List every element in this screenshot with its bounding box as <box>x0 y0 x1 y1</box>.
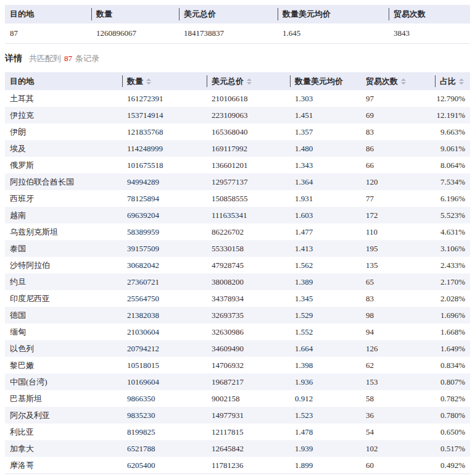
summary-value-trade-count: 3843 <box>389 23 470 43</box>
table-cell: 12645842 <box>207 440 290 457</box>
table-cell: 55330158 <box>207 240 290 257</box>
table-cell: 泰国 <box>5 240 122 257</box>
table-cell: 4.631% <box>435 223 470 240</box>
table-cell: 97 <box>361 90 435 107</box>
table-cell: 1.413 <box>290 240 361 257</box>
table-cell: 缅甸 <box>5 324 122 340</box>
table-row: 加拿大6521788126458421.9391020.517% <box>5 440 470 457</box>
table-row: 巴基斯坦986635090021580.912580.782% <box>5 390 470 407</box>
table-cell: 摩洛哥 <box>5 457 122 474</box>
table-cell: 沙特阿拉伯 <box>5 257 122 273</box>
table-cell: 120 <box>361 173 435 190</box>
table-cell: 2.028% <box>435 290 470 307</box>
main-table: 目的地 数量 美元总价 数量美元均价 贸易次数 占比 土耳其16127239 <box>5 72 470 474</box>
table-row: 黎巴嫩10518015147069321.398620.834% <box>5 357 470 374</box>
sort-icon[interactable] <box>146 78 151 85</box>
table-cell: 34609490 <box>207 340 290 357</box>
table-cell: 1.603 <box>290 207 361 223</box>
table-cell: 77 <box>361 190 435 207</box>
table-cell: 伊拉克 <box>5 107 122 123</box>
table-row: 泰国39157509553301581.4131953.106% <box>5 240 470 257</box>
table-cell: 1.529 <box>290 307 361 324</box>
table-cell: 114248999 <box>122 140 207 157</box>
sort-icon[interactable] <box>459 78 464 85</box>
table-cell: 19687217 <box>207 374 290 390</box>
table-cell: 中国(台湾) <box>5 374 122 390</box>
summary-header-avg-price: 数量美元均价 <box>278 5 389 23</box>
table-row: 沙特阿拉伯30682042479287451.5621352.433% <box>5 257 470 273</box>
table-cell: 埃及 <box>5 140 122 157</box>
table-cell: 110 <box>361 223 435 240</box>
table-cell: 0.782% <box>435 390 470 407</box>
table-cell: 黎巴嫩 <box>5 357 122 374</box>
table-cell: 0.650% <box>435 424 470 440</box>
table-row: 阿拉伯联合酋长国949942891295771371.3641207.534% <box>5 173 470 190</box>
table-row: 埃及1142489991691179921.480869.061% <box>5 140 470 157</box>
table-cell: 8.064% <box>435 157 470 173</box>
table-cell: 1.664 <box>290 340 361 357</box>
table-row: 中国(台湾)10169604196872171.9361530.807% <box>5 374 470 390</box>
sort-icon[interactable] <box>401 78 406 85</box>
table-cell: 172 <box>361 207 435 223</box>
column-header-share[interactable]: 占比 <box>435 72 470 90</box>
table-cell: 135 <box>361 257 435 273</box>
table-cell: 86 <box>361 140 435 157</box>
column-header-usd-total[interactable]: 美元总价 <box>207 72 290 90</box>
summary-header-quantity: 数量 <box>91 5 179 23</box>
table-cell: 169117992 <box>207 140 290 157</box>
table-row: 利比亚8199825121178151.478540.650% <box>5 424 470 440</box>
table-cell: 83 <box>361 290 435 307</box>
table-cell: 94 <box>361 324 435 340</box>
table-cell: 83 <box>361 123 435 140</box>
table-cell: 60 <box>361 457 435 474</box>
table-cell: 20794212 <box>122 340 207 357</box>
table-cell: 223109063 <box>207 107 290 123</box>
table-cell: 9002158 <box>207 390 290 407</box>
table-cell: 153714914 <box>122 107 207 123</box>
table-cell: 27360721 <box>122 273 207 290</box>
table-cell: 1.696% <box>435 307 470 324</box>
table-cell: 6.196% <box>435 190 470 207</box>
summary-value-usd-total: 1841738837 <box>179 23 278 43</box>
table-cell: 1.552 <box>290 324 361 340</box>
table-row: 印度尼西亚25564750343789341.345832.028% <box>5 290 470 307</box>
summary-value-destination: 87 <box>5 23 91 43</box>
page: 目的地 数量 美元总价 数量美元均价 贸易次数 87 1260896067 18… <box>0 0 475 474</box>
table-cell: 1.364 <box>290 173 361 190</box>
table-cell: 6205400 <box>122 457 207 474</box>
table-cell: 65 <box>361 273 435 290</box>
table-cell: 1.480 <box>290 140 361 157</box>
table-cell: 0.780% <box>435 407 470 424</box>
table-row: 德国21382038326937351.529981.696% <box>5 307 470 324</box>
table-row: 约旦27360721380082001.389652.170% <box>5 273 470 290</box>
table-cell: 利比亚 <box>5 424 122 440</box>
summary-table: 目的地 数量 美元总价 数量美元均价 贸易次数 87 1260896067 18… <box>5 5 470 44</box>
table-cell: 1.931 <box>290 190 361 207</box>
table-cell: 1.398 <box>290 357 361 374</box>
table-cell: 约旦 <box>5 273 122 290</box>
column-label: 数量 <box>127 76 143 87</box>
table-cell: 62 <box>361 357 435 374</box>
table-cell: 加拿大 <box>5 440 122 457</box>
table-cell: 10518015 <box>122 357 207 374</box>
column-label: 目的地 <box>10 76 34 87</box>
summary-table-header: 目的地 数量 美元总价 数量美元均价 贸易次数 <box>5 5 470 23</box>
table-row: 摩洛哥6205400117812361.899600.492% <box>5 457 470 474</box>
table-cell: 1.389 <box>290 273 361 290</box>
table-cell: 12.790% <box>435 90 470 107</box>
table-cell: 25564750 <box>122 290 207 307</box>
sort-icon[interactable] <box>247 78 252 85</box>
main-table-header: 目的地 数量 美元总价 数量美元均价 贸易次数 占比 <box>5 72 470 90</box>
table-cell: 阿尔及利亚 <box>5 407 122 424</box>
table-cell: 30682042 <box>122 257 207 273</box>
match-count: 87 <box>64 54 72 64</box>
table-cell: 94994289 <box>122 173 207 190</box>
column-header-quantity[interactable]: 数量 <box>122 72 207 90</box>
table-row: 伊拉克1537149142231090631.4516912.191% <box>5 107 470 123</box>
summary-value-quantity: 1260896067 <box>91 23 179 43</box>
table-cell: 土耳其 <box>5 90 122 107</box>
table-cell: 12117815 <box>207 424 290 440</box>
column-header-trade-count[interactable]: 贸易次数 <box>361 72 435 90</box>
column-header-avg-price: 数量美元均价 <box>290 72 361 90</box>
table-row: 俄罗斯1016755181366012011.343668.064% <box>5 157 470 173</box>
